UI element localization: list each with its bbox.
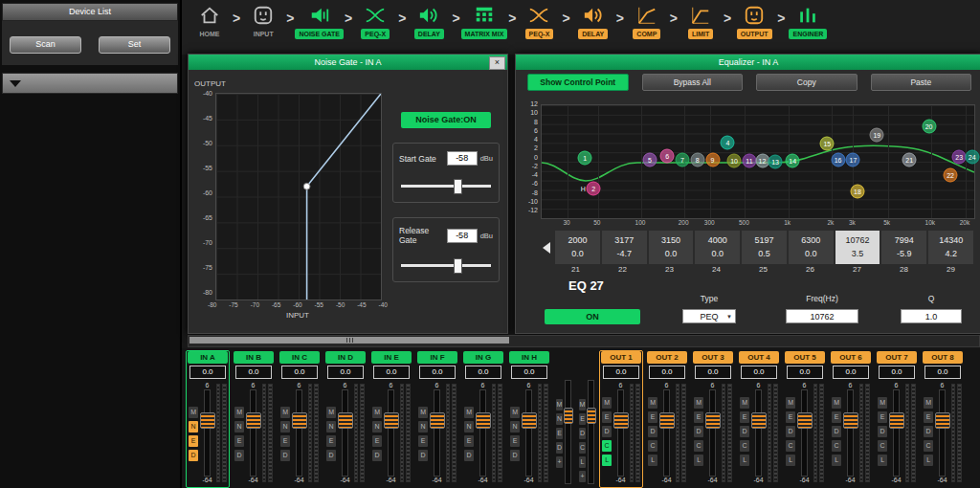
channel-toggle-m[interactable]: M (556, 399, 563, 410)
channel-toggle-n[interactable]: N (556, 413, 563, 425)
channel-toggle-e[interactable]: E (234, 435, 244, 447)
channel-fader[interactable] (525, 389, 532, 477)
band-cell-28[interactable]: 7994-5.9 (881, 231, 926, 264)
channel-toggle-m[interactable]: M (579, 399, 586, 410)
channel-gain-value[interactable]: 0.0 (833, 366, 869, 379)
channel-toggle-d[interactable]: D (602, 426, 612, 437)
channel-toggle-e[interactable]: E (372, 435, 382, 447)
chain-item-delay[interactable]: DELAY (571, 3, 615, 39)
channel-fader[interactable] (204, 389, 211, 477)
eq-control-point-2[interactable]: 2H (587, 182, 601, 196)
chain-item-matrix-mix[interactable]: MATRIX MIX (461, 3, 508, 39)
channel-toggle-c[interactable]: C (579, 442, 586, 454)
channel-toggle-e[interactable]: E (878, 411, 887, 423)
channel-gain-value[interactable]: 0.0 (603, 366, 639, 379)
channel-strip-mini-9[interactable]: MEDCL+ (576, 350, 597, 488)
eq-control-point-16[interactable]: 16 (831, 152, 845, 166)
channel-toggle-c[interactable]: C (924, 440, 933, 452)
channel-strip-out-3[interactable]: OUT 30.0MEDCL6-64 (691, 350, 735, 488)
channel-strip-in-e[interactable]: IN E0.0MNED6-64 (369, 350, 413, 488)
channel-toggle-l[interactable]: L (786, 455, 795, 466)
eq-control-point-17[interactable]: 17 (846, 152, 860, 166)
channel-toggle-m[interactable]: M (326, 407, 336, 418)
channel-toggle-c[interactable]: C (786, 440, 795, 452)
channel-toggle-d[interactable]: D (878, 426, 887, 437)
eq-control-point-8[interactable]: 8 (690, 152, 704, 166)
eq-control-point-19[interactable]: 19 (870, 127, 884, 142)
eq-control-point-10[interactable]: 10 (727, 153, 742, 167)
channel-toggle-e[interactable]: E (832, 411, 841, 423)
band-cell-29[interactable]: 143404.2 (928, 231, 973, 264)
fader-handle[interactable] (564, 408, 573, 424)
band-cell-24[interactable]: 40000.0 (695, 231, 740, 264)
channel-fader[interactable] (893, 389, 900, 477)
noise-gate-on-button[interactable]: Noise Gate:ON (401, 112, 491, 128)
eq-control-point-14[interactable]: 14 (786, 153, 800, 167)
channel-fader[interactable] (565, 380, 571, 484)
channel-strip-in-a[interactable]: IN A0.0MNED6-64 (186, 350, 230, 488)
channel-toggle-d[interactable]: D (924, 426, 933, 437)
eq-control-point-13[interactable]: 13 (768, 155, 783, 169)
channel-strip-out-8[interactable]: OUT 80.0MEDCL6-64 (921, 350, 965, 488)
param-value-input[interactable]: -58 (447, 151, 478, 166)
band-cell-22[interactable]: 3177-4.7 (602, 231, 647, 264)
channel-toggle-d[interactable]: D (786, 426, 795, 437)
channel-toggle-l[interactable]: L (694, 455, 703, 466)
channel-strip-in-c[interactable]: IN C0.0MNED6-64 (278, 350, 322, 488)
channel-toggle-d[interactable]: D (326, 450, 336, 461)
channel-toggle-l[interactable]: L (740, 455, 749, 466)
eq-control-point-15[interactable]: 15 (820, 137, 835, 151)
eq-graph[interactable]: 12H567894101112131415161718192120222324 (541, 104, 975, 219)
channel-fader[interactable] (939, 389, 946, 477)
copy-button[interactable]: Copy (756, 74, 858, 91)
fader-handle[interactable] (430, 412, 445, 429)
channel-toggle-d[interactable]: D (464, 450, 474, 461)
channel-fader[interactable] (663, 389, 670, 477)
fader-handle[interactable] (935, 412, 950, 429)
channel-strip-in-d[interactable]: IN D0.0MNED6-64 (323, 350, 368, 488)
channel-strip-in-h[interactable]: IN H0.0MNED6-64 (507, 350, 551, 488)
channel-toggle-n[interactable]: N (418, 421, 428, 433)
channel-strip-out-4[interactable]: OUT 40.0MEDCL6-64 (737, 350, 781, 488)
channel-toggle-c[interactable]: C (648, 440, 657, 452)
channel-strip-out-2[interactable]: OUT 20.0MEDCL6-64 (645, 350, 689, 488)
eq-control-point-5[interactable]: 5 (643, 152, 657, 166)
fader-handle[interactable] (522, 412, 537, 429)
channel-fader[interactable] (709, 389, 716, 477)
set-button[interactable]: Set (99, 36, 170, 54)
channel-gain-value[interactable]: 0.0 (373, 366, 410, 379)
channel-toggle-plus[interactable]: + (579, 471, 586, 482)
slider-thumb[interactable] (454, 179, 462, 194)
paste-button[interactable]: Paste (871, 74, 972, 91)
channel-fader[interactable] (755, 389, 762, 477)
channel-toggle-m[interactable]: M (602, 397, 612, 409)
band-prev-button[interactable] (539, 231, 553, 264)
channel-toggle-e[interactable]: E (786, 411, 795, 423)
channel-fader[interactable] (434, 389, 440, 477)
show-control-point-button[interactable]: Show Control Point (527, 74, 629, 91)
chain-item-enginer[interactable]: ENGINER (786, 3, 830, 39)
channel-toggle-n[interactable]: N (464, 421, 474, 433)
fader-handle[interactable] (292, 412, 307, 429)
eq-type-dropdown[interactable]: PEQ ▼ (682, 309, 736, 323)
channel-toggle-n[interactable]: N (189, 421, 198, 433)
channel-gain-value[interactable]: 0.0 (649, 366, 685, 379)
channel-fader[interactable] (342, 389, 348, 477)
band-cell-21[interactable]: 20000.0 (555, 231, 600, 264)
channel-toggle-n[interactable]: N (372, 421, 382, 433)
eq-control-point-20[interactable]: 20 (922, 120, 936, 134)
channel-toggle-d[interactable]: D (510, 450, 520, 461)
chain-item-noise-gate[interactable]: NOISE GATE (295, 3, 344, 39)
channel-gain-value[interactable]: 0.0 (189, 366, 226, 379)
eq-control-point-4[interactable]: 4 (721, 135, 735, 149)
scrollbar-handle[interactable] (189, 337, 509, 344)
channel-strip-out-5[interactable]: OUT 50.0MEDCL6-64 (783, 350, 827, 488)
channel-toggle-d[interactable]: D (579, 428, 586, 439)
chain-item-limit[interactable]: LIMIT (679, 3, 723, 39)
channel-toggle-e[interactable]: E (280, 435, 290, 447)
channel-toggle-m[interactable]: M (189, 407, 198, 418)
chain-item-peq-x[interactable]: PEQ-X (353, 3, 397, 39)
param-slider[interactable] (399, 258, 493, 272)
scan-button[interactable]: Scan (10, 36, 81, 54)
slider-thumb[interactable] (454, 258, 462, 274)
